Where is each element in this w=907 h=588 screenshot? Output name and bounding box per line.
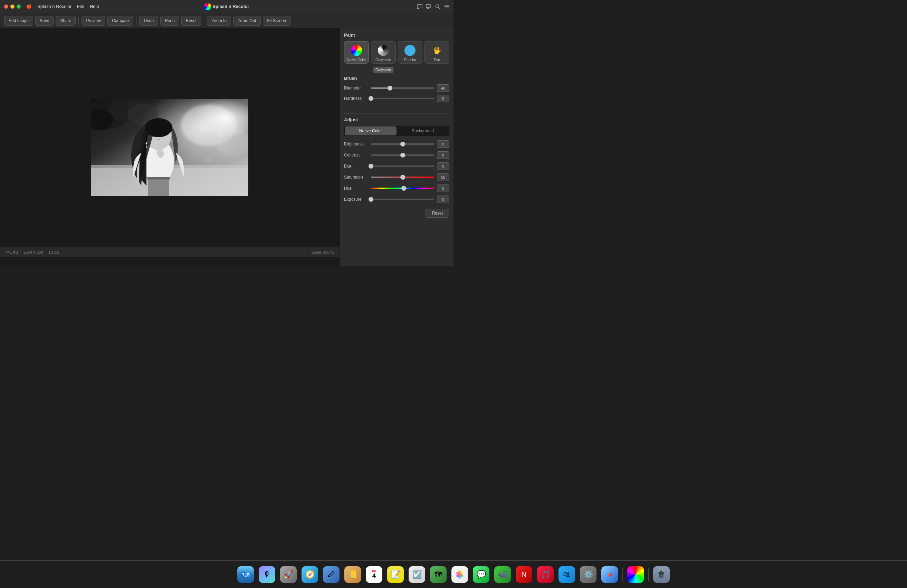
diameter-thumb[interactable] — [388, 86, 393, 91]
app-icon — [204, 3, 210, 10]
hardness-slider-container — [371, 98, 434, 99]
share-button[interactable]: Share — [56, 16, 75, 26]
grayscale-icon — [377, 44, 389, 57]
svg-point-38 — [206, 157, 212, 162]
list-icon[interactable] — [444, 4, 449, 9]
recolor-tool[interactable]: Recolor — [398, 41, 423, 64]
recolor-label: Recolor — [404, 58, 416, 62]
reset-button[interactable]: Reset — [181, 16, 201, 26]
svg-point-39 — [193, 123, 197, 127]
saturation-track — [371, 176, 434, 178]
exposure-row: Exposure 0 — [344, 195, 449, 203]
compare-button[interactable]: Compare — [107, 16, 133, 26]
window-title: Splash n Recolor — [204, 3, 249, 10]
display-icon[interactable] — [426, 4, 431, 9]
brightness-thumb[interactable] — [400, 142, 405, 146]
svg-point-4 — [436, 5, 439, 8]
svg-point-40 — [233, 125, 243, 135]
search-icon[interactable] — [435, 4, 441, 9]
add-image-button[interactable]: Add Image — [4, 16, 33, 26]
file-size: 441 KB — [6, 250, 18, 254]
maximize-button[interactable] — [17, 5, 21, 9]
photo-canvas[interactable] — [91, 99, 248, 196]
right-panel: Paint Native Color Grayscale Grayscale — [340, 28, 454, 266]
hue-track — [371, 187, 434, 189]
hardness-track — [371, 98, 434, 99]
blur-value: 0 — [437, 162, 449, 170]
adjust-reset-button[interactable]: Reset — [426, 209, 449, 218]
toolbar: Add Image Save Share Preview Compare Und… — [0, 13, 454, 28]
hardness-value: 0 — [437, 95, 449, 102]
pan-icon: 🖐 — [431, 44, 443, 57]
preview-button[interactable]: Preview — [82, 16, 105, 26]
svg-rect-1 — [426, 5, 430, 8]
native-color-tool[interactable]: Native Color — [344, 41, 369, 64]
apple-menu[interactable]: 🍎 — [26, 4, 32, 9]
contrast-row: Contrast 0 — [344, 151, 449, 159]
zoom-out-button[interactable]: Zoom Out — [233, 16, 260, 26]
image-container — [6, 34, 334, 261]
exposure-slider[interactable] — [371, 197, 434, 202]
pan-tool[interactable]: 🖐 Pan — [425, 41, 449, 64]
saturation-label: Saturation — [344, 175, 368, 179]
saturation-slider[interactable] — [371, 175, 434, 180]
exposure-value: 0 — [437, 195, 449, 203]
blur-slider[interactable] — [371, 163, 434, 169]
redo-button[interactable]: Redo — [160, 16, 179, 26]
title-bar: 🍎 Splash n Recolor File Help Splash n Re… — [0, 0, 454, 13]
native-color-toggle[interactable]: Native Color — [345, 127, 396, 135]
fit-screen-button[interactable]: Fit Screen — [263, 16, 291, 26]
hue-label: Hue — [344, 186, 368, 191]
undo-button[interactable]: Undo — [139, 16, 158, 26]
traffic-lights — [4, 5, 21, 9]
svg-point-35 — [146, 146, 147, 148]
saturation-thumb[interactable] — [400, 175, 405, 179]
exposure-thumb[interactable] — [369, 197, 373, 202]
zoom-level: Zoom: 100 % — [312, 250, 334, 254]
hue-slider[interactable] — [371, 186, 434, 191]
app-name-menu[interactable]: Splash n Recolor — [37, 4, 72, 9]
filename: 18.jpg — [48, 250, 59, 254]
recolor-icon — [404, 44, 416, 57]
adjust-section: Adjust Native Color Background Brightnes… — [344, 117, 449, 218]
saturation-value: 50 — [437, 173, 449, 181]
grayscale-label: Grayscale — [375, 58, 391, 62]
toolbar-divider-3 — [204, 17, 204, 25]
status-bar: 441 KB 2560 X 160 18.jpg Zoom: 100 % — [0, 247, 340, 257]
brightness-slider[interactable] — [371, 141, 434, 147]
contrast-thumb[interactable] — [400, 153, 405, 157]
file-menu[interactable]: File — [77, 4, 84, 9]
hue-thumb[interactable] — [401, 186, 406, 191]
dimensions: 2560 X 160 — [24, 250, 43, 254]
brightness-row: Brightness 0 — [344, 140, 449, 148]
paint-tools: Native Color Grayscale Grayscale Recolor — [344, 41, 449, 64]
status-info: 441 KB 2560 X 160 18.jpg — [6, 250, 59, 254]
zoom-in-button[interactable]: Zoom In — [207, 16, 231, 26]
save-button[interactable]: Save — [35, 16, 53, 26]
cast-icon[interactable] — [417, 4, 422, 9]
hue-row: Hue 0 — [344, 184, 449, 192]
close-button[interactable] — [4, 5, 8, 9]
diameter-slider-container — [371, 87, 434, 89]
contrast-value: 0 — [437, 151, 449, 159]
title-bar-actions — [417, 4, 449, 9]
brightness-label: Brightness — [344, 142, 368, 146]
blur-track — [371, 165, 434, 167]
paint-section-title: Paint — [344, 32, 449, 38]
native-color-icon — [350, 44, 363, 57]
diameter-value: 40 — [437, 84, 449, 92]
contrast-slider[interactable] — [371, 152, 434, 158]
adjust-section-title: Adjust — [344, 117, 449, 122]
help-menu[interactable]: Help — [90, 4, 99, 9]
blur-thumb[interactable] — [369, 164, 373, 168]
exposure-track — [371, 199, 434, 200]
svg-rect-0 — [417, 5, 422, 8]
svg-rect-31 — [148, 179, 169, 196]
grayscale-tool[interactable]: Grayscale Grayscale — [371, 41, 396, 64]
background-toggle[interactable]: Background — [397, 127, 449, 135]
saturation-row: Saturation 50 — [344, 173, 449, 181]
hardness-row: Hardness 0 — [344, 95, 449, 102]
hardness-thumb[interactable] — [369, 96, 373, 101]
minimize-button[interactable] — [10, 5, 14, 9]
brush-section-title: Brush — [344, 76, 449, 81]
